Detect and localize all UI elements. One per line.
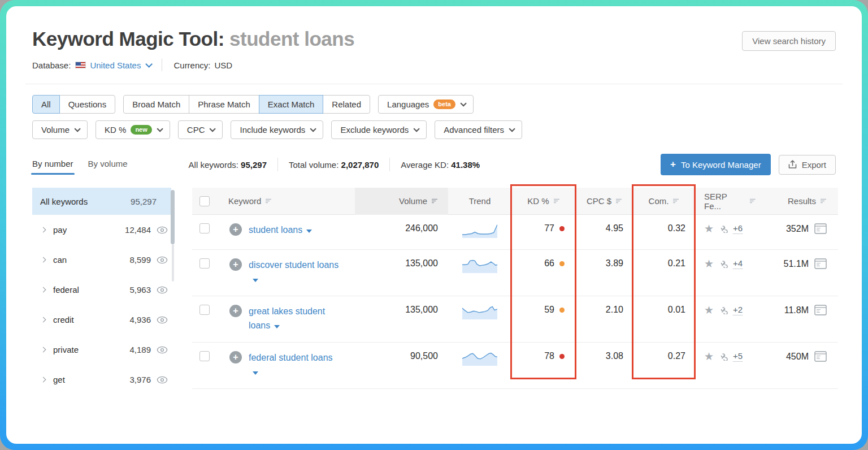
- row-checkbox[interactable]: [199, 258, 210, 269]
- us-flag-icon: [75, 62, 86, 68]
- sidebar-item-count: 4,936: [129, 315, 151, 324]
- sort-icon: [553, 198, 560, 204]
- column-header-com[interactable]: Com.: [649, 196, 680, 206]
- tab-all[interactable]: All: [32, 95, 60, 114]
- eye-icon[interactable]: [157, 226, 168, 234]
- sort-icon: [265, 198, 272, 204]
- tab-broad-match[interactable]: Broad Match: [123, 95, 189, 114]
- eye-icon[interactable]: [157, 256, 168, 264]
- sidebar-item-federal[interactable]: federal 5,963: [32, 275, 171, 305]
- database-select[interactable]: United States: [90, 60, 150, 70]
- add-keyword-button[interactable]: +: [229, 305, 242, 317]
- serp-features-more-link[interactable]: +6: [733, 223, 743, 234]
- keyword-link[interactable]: discover student loans: [249, 258, 342, 287]
- eye-icon[interactable]: [157, 286, 168, 294]
- tab-by-number[interactable]: By number: [32, 159, 73, 175]
- column-header-kd[interactable]: KD %: [527, 196, 559, 206]
- sidebar-item-count: 4,189: [129, 345, 151, 354]
- sidebar-item-label: get: [53, 375, 129, 384]
- page-title-query: student loans: [229, 28, 354, 50]
- serp-features-more-link[interactable]: +4: [733, 258, 743, 269]
- select-all-checkbox[interactable]: [199, 196, 210, 206]
- exclude-keywords-dropdown[interactable]: Exclude keywords: [331, 120, 427, 139]
- table-row: + federal student loans 90,500 78 3.08 0…: [192, 343, 838, 389]
- column-header-keyword[interactable]: Keyword: [228, 196, 272, 206]
- to-keyword-manager-button[interactable]: + To Keyword Manager: [661, 154, 771, 175]
- results-value: 11.8M: [784, 305, 809, 315]
- add-keyword-button[interactable]: +: [229, 223, 242, 236]
- sidebar-item-credit[interactable]: credit 4,936: [32, 305, 171, 335]
- chevron-right-icon: [41, 287, 46, 293]
- tab-related[interactable]: Related: [323, 95, 370, 114]
- sidebar-item-label: credit: [53, 315, 129, 324]
- trend-sparkline: [462, 305, 497, 319]
- column-header-volume[interactable]: Volume: [399, 196, 438, 206]
- export-button[interactable]: Export: [779, 155, 836, 175]
- kd-value: 77: [544, 223, 554, 233]
- keyword-link[interactable]: student loans: [249, 223, 312, 237]
- sidebar-item-count: 8,599: [129, 255, 151, 265]
- tab-by-volume[interactable]: By volume: [88, 159, 128, 175]
- volume-value: 246,000: [405, 223, 438, 233]
- page-title: Keyword Magic Tool: student loans: [32, 28, 354, 50]
- column-label: CPC $: [587, 196, 611, 206]
- beta-badge: beta: [433, 99, 455, 109]
- sidebar-item-get[interactable]: get 3,976: [32, 365, 171, 395]
- export-icon: [788, 160, 797, 169]
- add-keyword-button[interactable]: +: [229, 258, 242, 271]
- new-badge: new: [131, 125, 151, 135]
- column-label: KD %: [527, 196, 549, 206]
- eye-icon[interactable]: [157, 316, 168, 324]
- eye-icon[interactable]: [157, 346, 168, 354]
- eye-icon[interactable]: [157, 376, 168, 384]
- view-search-history-button[interactable]: View search history: [742, 31, 836, 51]
- add-keyword-button[interactable]: +: [229, 351, 242, 364]
- sort-icon: [431, 198, 438, 204]
- results-value: 352M: [786, 224, 809, 234]
- include-keywords-dropdown[interactable]: Include keywords: [231, 120, 323, 139]
- keyword-link[interactable]: great lakes student loans: [249, 305, 342, 333]
- serp-preview-icon[interactable]: [814, 351, 827, 362]
- column-header-cpc[interactable]: CPC $: [587, 196, 622, 206]
- divider: [162, 59, 162, 71]
- sidebar-item-can[interactable]: can 8,599: [32, 245, 171, 275]
- com-value: 0.01: [668, 305, 685, 315]
- languages-dropdown[interactable]: Languages beta: [378, 95, 474, 114]
- serp-features-more-link[interactable]: +2: [733, 305, 743, 315]
- row-checkbox[interactable]: [199, 351, 210, 361]
- com-value: 0.32: [668, 223, 685, 233]
- chevron-down-icon: [210, 126, 216, 132]
- tab-exact-match[interactable]: Exact Match: [259, 95, 324, 114]
- cpc-filter-dropdown[interactable]: CPC: [178, 120, 223, 139]
- serp-preview-icon[interactable]: [814, 258, 827, 269]
- chevron-down-icon: [509, 126, 515, 132]
- sidebar-item-private[interactable]: private 4,189: [32, 335, 171, 365]
- sidebar-scrollbar[interactable]: [171, 190, 175, 244]
- chevron-right-icon: [41, 347, 46, 353]
- tab-questions[interactable]: Questions: [59, 95, 116, 114]
- serp-preview-icon[interactable]: [814, 223, 827, 234]
- sidebar-item-label: private: [53, 345, 129, 354]
- app-window: Keyword Magic Tool: student loans View s…: [6, 6, 862, 444]
- sidebar-item-count: 12,484: [125, 225, 151, 235]
- volume-filter-dropdown[interactable]: Volume: [32, 120, 88, 139]
- row-checkbox[interactable]: [199, 223, 210, 233]
- serp-preview-icon[interactable]: [814, 305, 827, 315]
- results-value: 450M: [786, 352, 809, 362]
- sidebar-item-label: federal: [53, 285, 129, 295]
- keyword-link[interactable]: federal student loans: [249, 351, 342, 379]
- kd-value: 66: [544, 258, 554, 269]
- column-header-results[interactable]: Results: [788, 196, 827, 206]
- kd-filter-dropdown[interactable]: KD % new: [96, 120, 170, 139]
- serp-features-more-link[interactable]: +5: [733, 351, 743, 362]
- tab-phrase-match[interactable]: Phrase Match: [189, 95, 259, 114]
- row-checkbox[interactable]: [199, 305, 210, 315]
- stat-total-volume-value: 2,027,870: [341, 160, 379, 170]
- kd-difficulty-dot: [559, 226, 565, 231]
- column-header-serp-features[interactable]: SERP Fe...: [704, 192, 756, 211]
- advanced-filters-dropdown[interactable]: Advanced filters: [435, 120, 522, 139]
- sidebar-item-pay[interactable]: pay 12,484: [32, 215, 171, 245]
- sidebar-item-count: 3,976: [129, 375, 151, 384]
- sidebar-item-all-keywords[interactable]: All keywords 95,297: [32, 188, 171, 215]
- column-label: SERP Fe...: [704, 192, 745, 211]
